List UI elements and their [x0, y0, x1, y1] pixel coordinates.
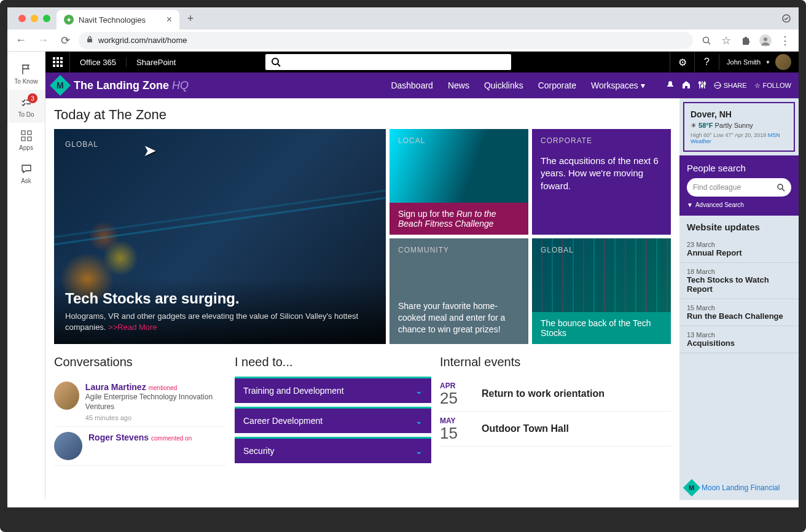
home-icon[interactable] — [682, 80, 691, 90]
profile-icon[interactable] — [757, 32, 774, 49]
conversation-item[interactable]: Laura Martinezmentioned Agile Enterprise… — [54, 377, 226, 427]
settings-icon[interactable]: ⚙ — [670, 52, 694, 72]
chat-icon — [19, 162, 34, 176]
nav-corporate[interactable]: Corporate — [538, 80, 576, 90]
conversations-panel: Conversations Laura Martinezmentioned Ag… — [54, 355, 226, 467]
close-window-icon[interactable] — [18, 15, 26, 22]
close-tab-icon[interactable]: × — [166, 14, 172, 25]
nav-dashboard[interactable]: Dashboard — [391, 80, 433, 90]
nav-quicklinks[interactable]: Quicklinks — [484, 80, 523, 90]
suite-search-input[interactable] — [265, 54, 511, 70]
tile-tag: CORPORATE — [532, 129, 671, 145]
weather-widget[interactable]: Dover, NH ☀ 58°F Partly Sunny High 60° L… — [683, 102, 795, 152]
chevron-down-icon: ⌄ — [415, 386, 423, 396]
rail-apps[interactable]: Apps — [7, 123, 45, 156]
need-item-training[interactable]: Training and Development⌄ — [235, 377, 431, 403]
extensions-icon[interactable] — [737, 32, 754, 49]
share-button[interactable]: SHARE — [714, 82, 747, 89]
footer-brand[interactable]: M Moon Landing Financial — [679, 475, 799, 500]
tab-overflow-icon[interactable] — [779, 11, 794, 26]
svg-rect-15 — [60, 61, 63, 63]
follow-button[interactable]: ☆FOLLOW — [754, 82, 791, 90]
hero-tile[interactable]: GLOBAL ➤ Tech Stocks are surging. Hologr… — [54, 129, 386, 344]
maximize-window-icon[interactable] — [43, 15, 50, 22]
update-item[interactable]: 13 MarchAcquisitions — [679, 326, 799, 353]
browser-tab[interactable]: ✦ Navit Technologies × — [57, 10, 179, 29]
bookmark-icon[interactable]: ☆ — [718, 32, 735, 49]
need-item-career[interactable]: Career Development⌄ — [235, 407, 431, 433]
search-icon[interactable] — [698, 32, 715, 49]
update-item[interactable]: 23 MarchAnnual Report — [679, 236, 799, 263]
tab-title: Navit Technologies — [79, 15, 146, 25]
svg-rect-10 — [53, 57, 55, 60]
tile-corporate[interactable]: CORPORATE The acqusitions of the next 6 … — [532, 129, 671, 235]
lock-icon — [86, 36, 93, 45]
rail-label: Ask — [21, 178, 31, 184]
favicon-icon: ✦ — [64, 15, 74, 25]
svg-rect-8 — [22, 137, 25, 141]
avatar — [54, 381, 79, 410]
site-title[interactable]: The Landing Zone HQ — [74, 79, 189, 92]
cursor-icon: ➤ — [143, 141, 157, 160]
new-tab-button[interactable]: + — [182, 10, 199, 27]
app-launcher-icon[interactable] — [45, 52, 70, 72]
svg-rect-11 — [57, 57, 59, 60]
advanced-search-link[interactable]: ▼ Advanced Search — [687, 201, 791, 208]
nav-workspaces[interactable]: Workspaces ▾ — [591, 80, 645, 90]
chevron-down-icon: ▼ — [765, 60, 770, 65]
todo-badge: 3 — [28, 93, 37, 103]
rail-to-do[interactable]: 3 To Do — [7, 90, 45, 123]
i-need-to-panel: I need to... Training and Development⌄ C… — [235, 355, 431, 467]
svg-rect-18 — [60, 65, 63, 67]
svg-line-29 — [782, 189, 784, 191]
help-icon[interactable]: ? — [694, 52, 719, 72]
o365-brand[interactable]: Office 365 — [70, 58, 127, 67]
right-column: Dover, NH ☀ 58°F Partly Sunny High 60° L… — [679, 98, 799, 500]
people-search-input[interactable]: Find colleague — [687, 178, 791, 197]
sliders-icon[interactable] — [698, 80, 706, 90]
workgrid-rail: To Know 3 To Do Apps Ask — [7, 52, 45, 500]
tile-community[interactable]: COMMUNITY Share your favorite home-cooke… — [389, 238, 528, 344]
svg-rect-6 — [22, 131, 25, 135]
user-menu[interactable]: John Smith ▼ — [719, 54, 799, 70]
need-item-security[interactable]: Security⌄ — [235, 437, 431, 463]
o365-suite-bar: Office 365 SharePoint ⚙ ? John Smith ▼ — [45, 52, 799, 72]
svg-rect-7 — [28, 131, 31, 135]
events-panel: Internal events APR25 Return to work ori… — [440, 355, 671, 467]
svg-point-25 — [701, 85, 703, 87]
sharepoint-label[interactable]: SharePoint — [127, 58, 186, 67]
search-icon — [270, 57, 281, 68]
menu-icon[interactable]: ⋮ — [777, 32, 794, 49]
nav-news[interactable]: News — [448, 80, 469, 90]
forward-button[interactable]: → — [34, 32, 52, 49]
people-search-panel: People search Find colleague ▼ Advanced … — [679, 155, 799, 216]
minimize-window-icon[interactable] — [31, 15, 38, 22]
url-field[interactable]: workgrid.com/navit/home — [79, 32, 693, 49]
flag-icon — [19, 62, 34, 77]
event-item[interactable]: MAY15 Outdoor Town Hall — [440, 412, 671, 447]
rail-to-know[interactable]: To Know — [7, 57, 45, 90]
site-header: M The Landing Zone HQ Dashboard News Qui… — [45, 72, 799, 98]
avatar — [54, 432, 82, 460]
svg-line-3 — [708, 42, 711, 44]
site-logo-icon[interactable]: M — [50, 75, 71, 96]
window-controls[interactable] — [12, 15, 57, 22]
conversation-item[interactable]: Roger Stevenscommented on — [54, 427, 226, 466]
hero-description: Holograms, VR and other gadgets are elev… — [65, 311, 375, 333]
event-item[interactable]: APR25 Return to work orientation — [440, 377, 671, 412]
tile-global-stocks[interactable]: GLOBAL The bounce back of the Tech Stock… — [532, 238, 671, 344]
tile-caption: Sign up for the Run to the Beach Fitness… — [389, 203, 528, 235]
back-button[interactable]: ← — [12, 32, 29, 49]
svg-rect-17 — [57, 65, 59, 67]
tile-local[interactable]: LOCAL Sign up for the Run to the Beach F… — [389, 129, 528, 235]
search-icon — [777, 183, 785, 192]
reload-button[interactable]: ⟳ — [57, 32, 74, 49]
notifications-icon[interactable] — [666, 80, 675, 90]
url-text: workgrid.com/navit/home — [98, 36, 187, 45]
svg-point-28 — [778, 184, 783, 189]
update-item[interactable]: 15 MarchRun the Beach Challenge — [679, 299, 799, 326]
rail-ask[interactable]: Ask — [7, 156, 45, 189]
tile-tag: LOCAL — [389, 129, 528, 145]
read-more-link[interactable]: >>Read More — [108, 323, 157, 332]
update-item[interactable]: 18 MarchTech Stocks to Watch Report — [679, 263, 799, 299]
